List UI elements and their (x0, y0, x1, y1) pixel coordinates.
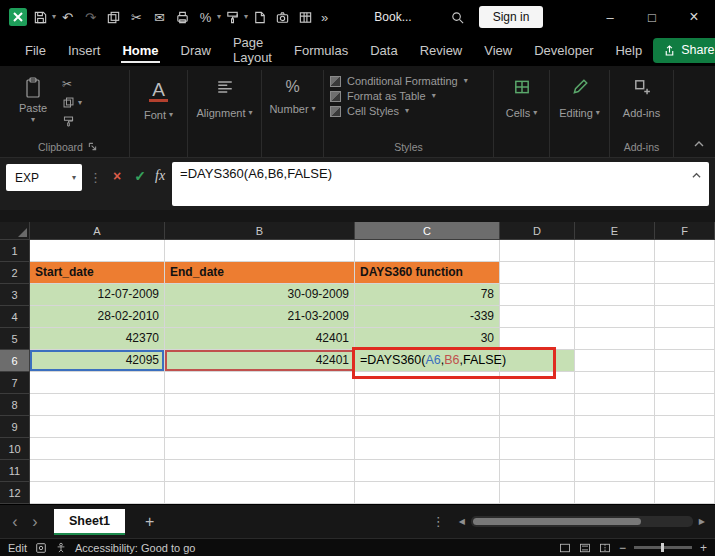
cell-C8[interactable] (355, 394, 500, 416)
row-header-5[interactable]: 5 (0, 328, 30, 350)
cell-D5[interactable] (500, 328, 575, 350)
cell-C9[interactable] (355, 416, 500, 438)
cell-F2[interactable] (655, 262, 715, 284)
cell-E11[interactable] (575, 460, 655, 482)
cell-C10[interactable] (355, 438, 500, 460)
cell-F5[interactable] (655, 328, 715, 350)
cell-C12[interactable] (355, 482, 500, 504)
cell-A3[interactable]: 12-07-2009 (30, 284, 165, 306)
cell-B10[interactable] (165, 438, 355, 460)
cell-D1[interactable] (500, 240, 575, 262)
cell-D4[interactable] (500, 306, 575, 328)
row-header-3[interactable]: 3 (0, 284, 30, 306)
cell-E2[interactable] (575, 262, 655, 284)
row-header-6[interactable]: 6 (0, 350, 30, 372)
maximize-icon[interactable]: □ (631, 0, 673, 34)
accessibility-status[interactable]: Accessibility: Good to go (75, 542, 195, 554)
cell-E1[interactable] (575, 240, 655, 262)
number-group[interactable]: % Number▾ (262, 70, 324, 157)
cell-C11[interactable] (355, 460, 500, 482)
more-commands-chevron[interactable]: » (321, 10, 328, 25)
undo-icon[interactable]: ↶ (56, 4, 79, 30)
menu-tab-file[interactable]: File (14, 34, 57, 66)
tabbar-options-icon[interactable]: ⋮ (432, 514, 445, 529)
row-header-1[interactable]: 1 (0, 240, 30, 262)
cell-C7[interactable] (355, 372, 500, 394)
row-header-9[interactable]: 9 (0, 416, 30, 438)
sign-in-button[interactable]: Sign in (479, 6, 544, 28)
menu-tab-page-layout[interactable]: Page Layout (222, 34, 283, 66)
cell-A5[interactable]: 42370 (30, 328, 165, 350)
editing-group[interactable]: Editing▾ (550, 70, 610, 157)
row-header-8[interactable]: 8 (0, 394, 30, 416)
cell-E4[interactable] (575, 306, 655, 328)
horizontal-scrollbar[interactable] (471, 516, 693, 527)
column-header-B[interactable]: B (165, 222, 355, 240)
zoom-slider[interactable] (634, 546, 692, 549)
alignment-group[interactable]: Alignment▾ (188, 70, 262, 157)
menu-tab-home[interactable]: Home (111, 34, 169, 66)
sheet-nav-left-icon[interactable]: ‹ (8, 513, 22, 531)
column-header-C[interactable]: C (355, 222, 500, 240)
cell-A1[interactable] (30, 240, 165, 262)
cell-D6[interactable] (500, 350, 575, 372)
cell-B6[interactable]: 42401 (165, 350, 355, 372)
cell-E7[interactable] (575, 372, 655, 394)
cut-small-icon[interactable]: ✂ (62, 76, 82, 91)
print-icon[interactable] (171, 4, 194, 30)
cell-A7[interactable] (30, 372, 165, 394)
cell-A4[interactable]: 28-02-2010 (30, 306, 165, 328)
menu-tab-review[interactable]: Review (409, 34, 474, 66)
styles-item-format-as-table[interactable]: Format as Table▾ (330, 90, 487, 102)
select-all-corner[interactable] (0, 222, 30, 240)
row-header-2[interactable]: 2 (0, 262, 30, 284)
hscroll-right-arrow[interactable]: ▶ (699, 517, 705, 526)
cells-group[interactable]: Cells▾ (494, 70, 550, 157)
cell-D2[interactable] (500, 262, 575, 284)
cell-B4[interactable]: 21-03-2009 (165, 306, 355, 328)
copy-small-icon[interactable]: ▾ (62, 95, 82, 110)
cell-B3[interactable]: 30-09-2009 (165, 284, 355, 306)
cell-F10[interactable] (655, 438, 715, 460)
page-layout-icon[interactable] (579, 542, 591, 554)
menu-tab-help[interactable]: Help (604, 34, 653, 66)
column-header-D[interactable]: D (500, 222, 575, 240)
cell-D3[interactable] (500, 284, 575, 306)
zoom-in-icon[interactable]: + (700, 541, 707, 555)
cell-C1[interactable] (355, 240, 500, 262)
sheet-tab-sheet1[interactable]: Sheet1 (54, 509, 125, 535)
document-icon[interactable] (248, 4, 271, 30)
cell-B11[interactable] (165, 460, 355, 482)
search-icon[interactable] (446, 4, 469, 30)
copy-icon[interactable] (102, 4, 125, 30)
normal-view-icon[interactable] (559, 542, 571, 554)
cell-F6[interactable] (655, 350, 715, 372)
column-header-A[interactable]: A (30, 222, 165, 240)
cell-B5[interactable]: 42401 (165, 328, 355, 350)
macro-record-icon[interactable] (35, 542, 47, 554)
hscroll-left-arrow[interactable]: ◀ (459, 517, 465, 526)
row-header-4[interactable]: 4 (0, 306, 30, 328)
collapse-ribbon-chevron[interactable] (693, 135, 705, 153)
cell-D12[interactable] (500, 482, 575, 504)
add-sheet-button[interactable]: + (145, 513, 154, 531)
cell-D10[interactable] (500, 438, 575, 460)
cell-D8[interactable] (500, 394, 575, 416)
cell-E5[interactable] (575, 328, 655, 350)
cancel-icon[interactable]: × (109, 168, 125, 184)
menu-tab-insert[interactable]: Insert (57, 34, 112, 66)
cell-D7[interactable] (500, 372, 575, 394)
cell-F4[interactable] (655, 306, 715, 328)
cell-E8[interactable] (575, 394, 655, 416)
cell-A10[interactable] (30, 438, 165, 460)
cell-E10[interactable] (575, 438, 655, 460)
cell-C5[interactable]: 30 (355, 328, 500, 350)
share-button[interactable]: Share ▾ (653, 38, 715, 63)
cell-D11[interactable] (500, 460, 575, 482)
close-icon[interactable]: × (673, 0, 715, 34)
row-header-12[interactable]: 12 (0, 482, 30, 504)
paste-button[interactable]: Paste ▾ (10, 72, 56, 138)
sheet-nav-right-icon[interactable]: › (28, 513, 42, 531)
cell-C6[interactable]: =DAYS360(A6,B6,FALSE) (355, 350, 500, 372)
cell-D9[interactable] (500, 416, 575, 438)
